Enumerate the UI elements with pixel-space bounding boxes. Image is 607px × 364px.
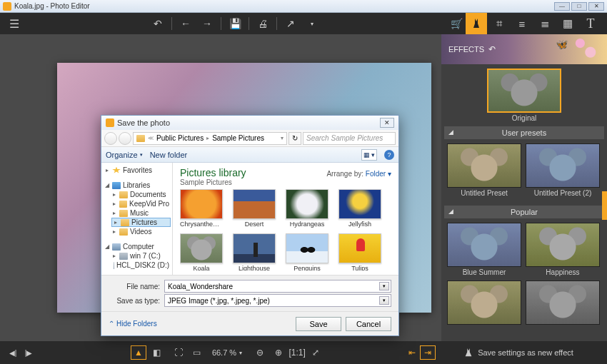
- tree-drive-c[interactable]: ▸win 7 (C:): [103, 251, 171, 261]
- tree-libraries[interactable]: ◢Libraries: [103, 181, 171, 190]
- prev-image-button[interactable]: ◀|: [6, 347, 20, 358]
- hide-folders-link[interactable]: ⌃ Hide Folders: [109, 320, 157, 328]
- zoom-display[interactable]: 66.7 %▾: [208, 348, 246, 357]
- zoom-fit-icon[interactable]: ⤢: [308, 345, 323, 360]
- breadcrumb-dropdown-icon[interactable]: ▾: [281, 135, 284, 141]
- file-item[interactable]: Lighthouse: [233, 233, 276, 271]
- library-title: Pictures library: [180, 167, 246, 178]
- maximize-button[interactable]: □: [571, 2, 587, 11]
- tree-documents[interactable]: ▸Documents: [103, 190, 171, 199]
- cancel-button[interactable]: Cancel: [346, 317, 391, 331]
- forward-button[interactable]: →: [198, 16, 216, 31]
- preset-item[interactable]: Untitled Preset: [447, 143, 521, 197]
- preset-original[interactable]: Original: [487, 69, 561, 122]
- section-popular: ◢ Popular Blue Summer Happiness: [444, 206, 604, 330]
- file-item[interactable]: Jellyfish: [338, 189, 381, 228]
- dropdown-icon[interactable]: ▾: [379, 282, 389, 290]
- tab-adjust[interactable]: ≡: [511, 13, 533, 34]
- breadcrumb-segment[interactable]: Public Pictures: [156, 134, 204, 142]
- file-item[interactable]: Hydrangeas: [286, 189, 328, 228]
- back-button[interactable]: ←: [176, 16, 195, 31]
- breadcrumb[interactable]: ≪ Public Pictures ▸ Sample Pictures ▾: [133, 132, 287, 145]
- tab-effects[interactable]: [466, 13, 487, 34]
- fit-screen-icon[interactable]: ⛶: [171, 345, 186, 360]
- os-titlebar: Koala.jpg - Photo Editor — □ ✕: [0, 0, 607, 13]
- nav-forward-button[interactable]: [119, 132, 131, 145]
- tree-keepvid[interactable]: ▸KeepVid Pro: [103, 199, 171, 208]
- tree-music[interactable]: ▸Music: [103, 208, 171, 218]
- workarea: EFFECTS ↶ 🦋 Original ◢ User presets Unti…: [0, 34, 607, 341]
- dialog-close-button[interactable]: ✕: [380, 118, 394, 128]
- refresh-button[interactable]: ↻: [289, 132, 301, 145]
- dialog-titlebar[interactable]: Save the photo ✕: [101, 116, 398, 130]
- compare-split-icon[interactable]: ◧: [149, 345, 165, 360]
- effects-scroll[interactable]: Original ◢ User presets Untitled Preset …: [441, 64, 607, 341]
- file-name-input[interactable]: Koala_Wondershare ▾: [164, 280, 391, 293]
- folder-tree[interactable]: ▸Favorites ◢Libraries ▸Documents ▸KeepVi…: [101, 163, 173, 275]
- zoom-100-icon[interactable]: [1:1]: [289, 345, 305, 360]
- save-type-select[interactable]: JPEG Image (*.jpg, *.jpeg, *.jpe) ▾: [164, 294, 391, 307]
- arrange-dropdown[interactable]: Folder ▾: [366, 170, 391, 178]
- tab-text[interactable]: T: [580, 13, 601, 34]
- panel-expand-handle[interactable]: [602, 191, 607, 220]
- file-item[interactable]: Desert: [233, 189, 276, 228]
- dialog-nav: ≪ Public Pictures ▸ Sample Pictures ▾ ↻ …: [101, 130, 398, 147]
- effects-banner: EFFECTS ↶ 🦋: [441, 34, 607, 64]
- dialog-footer: ⌃ Hide Folders Save Cancel: [101, 311, 398, 335]
- effects-label: EFFECTS: [448, 45, 484, 54]
- tree-computer[interactable]: ◢Computer: [103, 242, 171, 251]
- organize-button[interactable]: Organize ▾: [106, 151, 143, 159]
- tree-videos[interactable]: ▸Videos: [103, 227, 171, 236]
- share-icon[interactable]: ↗: [281, 16, 300, 31]
- save-as-effect-button[interactable]: Save settings as new effect: [436, 348, 601, 358]
- file-item[interactable]: Penguins: [286, 233, 328, 271]
- folder-icon: [136, 135, 145, 142]
- file-item[interactable]: Chrysanthemum: [180, 189, 223, 228]
- minimize-button[interactable]: —: [554, 2, 570, 11]
- preset-item[interactable]: [447, 280, 521, 326]
- hamburger-menu-icon[interactable]: ☰: [6, 15, 23, 32]
- effects-panel: EFFECTS ↶ 🦋 Original ◢ User presets Unti…: [441, 34, 607, 341]
- search-input[interactable]: Search Sample Pictures: [303, 132, 396, 145]
- nav-back-button[interactable]: [104, 132, 117, 145]
- preset-item[interactable]: Untitled Preset (2): [526, 143, 600, 197]
- chevron-down-icon: ◢: [448, 128, 453, 136]
- file-item[interactable]: Tulips: [338, 233, 381, 271]
- preset-item[interactable]: [526, 280, 600, 326]
- reset-effects-icon[interactable]: ↶: [488, 44, 496, 54]
- print-icon[interactable]: 🖨: [254, 16, 272, 31]
- share-dropdown-icon[interactable]: ▾: [303, 16, 321, 31]
- app-icon: [3, 2, 11, 11]
- cart-icon[interactable]: 🛒: [447, 16, 466, 31]
- new-folder-button[interactable]: New folder: [150, 151, 188, 159]
- save-icon[interactable]: 💾: [226, 16, 244, 31]
- close-button[interactable]: ✕: [588, 2, 604, 11]
- compare-single-icon[interactable]: ▲: [131, 345, 146, 360]
- file-name-label: File name:: [109, 283, 160, 290]
- export-icon[interactable]: ⇥: [420, 345, 436, 360]
- tab-crop[interactable]: ⌗: [488, 13, 510, 34]
- section-header-user[interactable]: ◢ User presets: [444, 126, 604, 139]
- main-toolbar: ☰ ↶ ← → 💾 🖨 ↗ ▾ 🛒 ⌗ ≡ ≣ ▦ T: [0, 13, 607, 34]
- dropdown-icon[interactable]: ▾: [379, 296, 389, 305]
- preset-item[interactable]: Blue Summer: [447, 223, 521, 276]
- tab-frames[interactable]: ▦: [557, 13, 578, 34]
- help-button[interactable]: ?: [384, 150, 394, 160]
- preset-item[interactable]: Happiness: [526, 223, 600, 276]
- tree-pictures[interactable]: ▸Pictures: [111, 218, 171, 227]
- view-options-button[interactable]: ▦ ▾: [361, 149, 377, 161]
- zoom-in-icon[interactable]: ⊕: [271, 345, 286, 360]
- tab-sliders[interactable]: ≣: [534, 13, 556, 34]
- breadcrumb-segment[interactable]: Sample Pictures: [212, 134, 264, 142]
- dialog-toolbar: Organize ▾ New folder ▦ ▾ ?: [101, 147, 398, 163]
- section-header-popular[interactable]: ◢ Popular: [444, 206, 604, 218]
- zoom-out-icon[interactable]: ⊖: [252, 345, 268, 360]
- next-image-button[interactable]: |▶: [21, 347, 36, 358]
- undo-button[interactable]: ↶: [149, 16, 167, 31]
- import-icon[interactable]: ⇤: [404, 345, 420, 360]
- actual-size-icon[interactable]: ▭: [189, 345, 205, 360]
- tree-drive-d[interactable]: HCL_DISK2 (D:): [103, 261, 171, 270]
- tree-favorites[interactable]: ▸Favorites: [103, 166, 171, 175]
- file-item[interactable]: Koala: [180, 233, 223, 271]
- save-button[interactable]: Save: [296, 317, 341, 331]
